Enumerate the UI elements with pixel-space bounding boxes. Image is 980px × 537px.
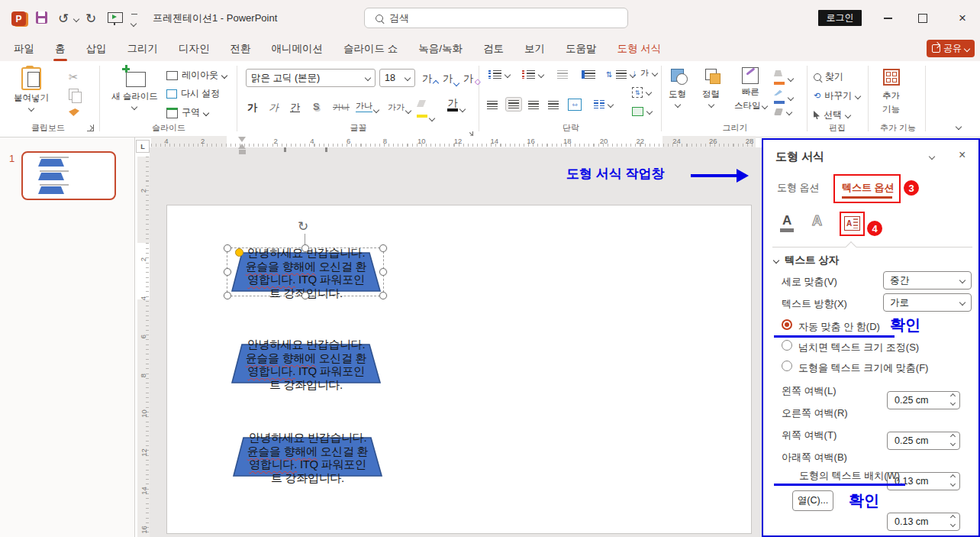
clipboard-dialog-launcher-icon[interactable] xyxy=(87,125,94,131)
strikethrough-button[interactable]: 가나 xyxy=(333,102,350,113)
copy-icon[interactable] xyxy=(69,89,79,100)
numbering-button[interactable] xyxy=(522,70,543,79)
justify-icon[interactable] xyxy=(548,101,559,109)
underline-button[interactable]: 간 xyxy=(290,101,300,115)
textbox-section-header[interactable]: 텍스트 상자 xyxy=(774,254,839,267)
select-button[interactable]: 선택 xyxy=(814,108,850,121)
resize-handle-bottom-center[interactable] xyxy=(301,292,309,299)
tab-slideshow[interactable]: 슬라이드 쇼 xyxy=(343,42,398,56)
shape-fill-button[interactable] xyxy=(774,70,793,87)
qat-customize-icon[interactable] xyxy=(131,14,137,30)
arrange-button[interactable]: 정렬 xyxy=(702,69,720,107)
replace-button[interactable]: ⟲바꾸기 xyxy=(814,89,860,102)
ruler-tab-selector[interactable]: L xyxy=(136,140,150,153)
resize-handle-top-right[interactable] xyxy=(379,244,387,252)
text-direction-button[interactable]: ↓가 xyxy=(632,67,657,79)
tab-view[interactable]: 보기 xyxy=(524,42,545,56)
bullets-button[interactable] xyxy=(488,70,510,79)
align-left-icon[interactable] xyxy=(487,101,498,109)
resize-handle-mid-left[interactable] xyxy=(224,268,231,276)
maximize-button[interactable] xyxy=(905,0,940,37)
tab-shape-format[interactable]: 도형 서식 xyxy=(617,42,662,56)
tab-transitions[interactable]: 전환 xyxy=(230,42,251,56)
layout-button[interactable]: 레이아웃 xyxy=(166,69,227,82)
clear-formatting-button[interactable]: 가◇ xyxy=(463,72,481,86)
text-shadow-button[interactable]: S xyxy=(313,101,320,112)
indent-marker-bottom-icon[interactable] xyxy=(238,144,246,149)
resize-handle-top-center[interactable] xyxy=(301,244,309,252)
tab-file[interactable]: 파일 xyxy=(14,42,34,56)
font-name-combo[interactable]: 맑은 고딕 (본문) xyxy=(246,69,376,87)
close-button[interactable]: × xyxy=(945,0,980,37)
quick-styles-button[interactable]: 빠른 스타일 xyxy=(734,67,767,112)
selection-border[interactable] xyxy=(227,247,384,296)
bottom-margin-spinner[interactable]: 0.13 cm xyxy=(887,513,960,531)
shape-effects-button[interactable] xyxy=(774,108,791,115)
vertical-ruler[interactable]: 2246810121416 xyxy=(137,157,150,537)
vertical-align-dropdown[interactable]: 중간 xyxy=(883,271,972,290)
shape-2-text[interactable]: 안녕하세요 반갑습니다. 윤슬을 향해에 오신걸 환 영합니다. ITQ 파워포… xyxy=(227,338,385,391)
align-text-button[interactable]: ⇅ xyxy=(632,87,651,98)
pane-collapse-icon[interactable] xyxy=(929,154,935,160)
columns-button[interactable] xyxy=(594,100,613,108)
radio-shrink-on-overflow[interactable] xyxy=(782,340,792,351)
shapes-button[interactable]: 도형 xyxy=(669,69,686,107)
tab-home[interactable]: 홈 xyxy=(55,42,66,56)
cut-icon[interactable]: ✂ xyxy=(69,70,79,84)
tab-design[interactable]: 디자인 xyxy=(179,42,210,56)
highlight-color-button[interactable] xyxy=(417,100,434,121)
start-slideshow-icon[interactable] xyxy=(108,12,123,23)
radio-resize-shape[interactable] xyxy=(782,361,792,371)
bold-button[interactable]: 가 xyxy=(247,101,257,115)
increase-indent-icon[interactable] xyxy=(582,70,595,79)
shape-3-text[interactable]: 안녕하세요 반갑습니다. 윤슬을 향해에 오신걸 환 영합니다. ITQ 파워포… xyxy=(229,431,386,484)
undo-icon[interactable]: ↺ xyxy=(58,11,69,27)
resize-handle-top-left[interactable] xyxy=(224,244,231,252)
share-button[interactable]: 공유 xyxy=(927,40,975,57)
paste-button[interactable]: 붙여넣기 xyxy=(14,67,49,111)
pane-close-icon[interactable]: × xyxy=(959,148,965,162)
font-size-combo[interactable]: 18 xyxy=(379,69,415,87)
pane-tab-shape-options[interactable]: 도형 옵션 xyxy=(777,181,820,195)
left-margin-spinner[interactable]: 0.25 cm xyxy=(887,391,960,409)
tab-record[interactable]: 녹음/녹화 xyxy=(418,42,463,56)
italic-button[interactable]: 가 xyxy=(269,101,279,115)
save-icon[interactable] xyxy=(36,11,47,24)
tab-insert[interactable]: 삽입 xyxy=(86,42,107,56)
rotation-handle-icon[interactable]: ↻ xyxy=(298,218,308,235)
shape-outline-button[interactable] xyxy=(774,89,793,106)
radio-no-autofit[interactable] xyxy=(782,319,792,330)
text-fill-outline-icon[interactable]: A xyxy=(780,213,794,232)
text-effects-icon[interactable]: A xyxy=(812,213,822,229)
search-box[interactable]: 검색 xyxy=(364,8,628,28)
indent-marker-box-icon[interactable] xyxy=(239,150,246,154)
distribute-text-icon[interactable]: ⇿ xyxy=(568,99,582,111)
new-slide-button[interactable]: 새 슬라이드 xyxy=(111,67,158,109)
line-spacing-button[interactable]: ⇅ xyxy=(606,70,635,79)
tab-draw[interactable]: 그리기 xyxy=(127,42,159,56)
minimize-button[interactable] xyxy=(870,0,905,37)
reset-button[interactable]: 다시 설정 xyxy=(166,87,220,100)
align-center-icon[interactable] xyxy=(505,97,522,112)
decrease-font-size-button[interactable]: 가 xyxy=(443,72,459,86)
resize-handle-bottom-left[interactable] xyxy=(224,292,231,299)
resize-handle-bottom-right[interactable] xyxy=(379,292,387,299)
tab-help[interactable]: 도움말 xyxy=(566,42,597,56)
columns-dialog-button[interactable]: 열(C)... xyxy=(792,490,833,511)
character-spacing-button[interactable]: 가나 xyxy=(356,100,379,112)
text-direction-dropdown[interactable]: 가로 xyxy=(883,293,972,312)
slide-thumbnail[interactable] xyxy=(21,151,116,200)
tab-review[interactable]: 검토 xyxy=(483,42,504,56)
redo-icon[interactable]: ↻ xyxy=(85,11,96,27)
addins-button[interactable]: 추가기능 xyxy=(882,69,900,115)
indent-marker-top-icon[interactable] xyxy=(238,137,246,142)
align-right-icon[interactable] xyxy=(528,101,539,109)
change-case-button[interactable]: 가가 xyxy=(388,102,411,113)
font-color-button[interactable]: 가 xyxy=(447,98,465,112)
right-margin-spinner[interactable]: 0.25 cm xyxy=(887,432,960,450)
tab-animations[interactable]: 애니메이션 xyxy=(272,42,324,56)
login-button[interactable]: 로그인 xyxy=(818,10,862,26)
increase-font-size-button[interactable]: 가 xyxy=(422,72,438,86)
resize-handle-mid-right[interactable] xyxy=(379,268,387,276)
section-button[interactable]: 구역 xyxy=(166,106,208,119)
